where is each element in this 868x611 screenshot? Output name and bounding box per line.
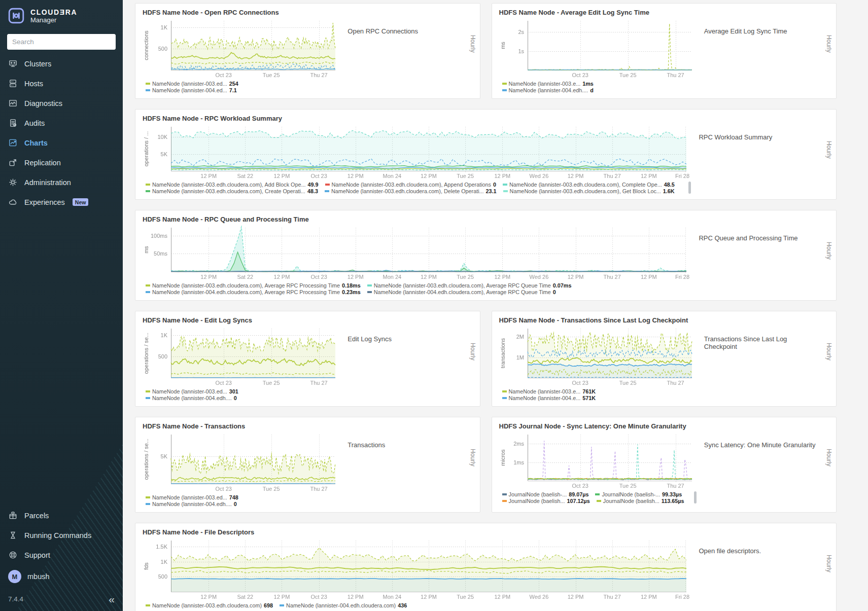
legend-label: NameNode (lannister-004.ed... [152,87,227,93]
legend-item: NameNode (lannister-003.edh.cloudera.com… [146,602,273,608]
legend-label: NameNode (lannister-003.ed... [152,81,227,87]
chart-legend: NameNode (lannister-003.ed...301NameNode… [143,388,340,401]
legend-scrollbar[interactable] [694,491,697,504]
chart-description: Open file descriptors. [691,537,829,608]
legend-item: NameNode (lannister-004.edh.cloudera.com… [367,289,556,295]
legend-value: 0 [234,395,237,401]
sidebar-item-hosts[interactable]: Hosts [0,74,123,93]
legend-swatch-icon [146,190,150,192]
chart-plot-area [499,17,697,80]
cloudera-logo[interactable]: CLOUDƎRA Manager [0,0,123,29]
diagnostics-icon [8,98,18,108]
chart-description: Average Edit Log Sync Time [697,17,829,93]
legend-item: NameNode (lannister-003.ed...748 [146,494,238,500]
chart-description: Edit Log Syncs [340,325,472,401]
sidebar-item-clusters[interactable]: Clusters [0,54,123,74]
legend-value: 0 [553,289,556,295]
chart-card-body: NameNode (lannister-003.ed...254NameNode… [143,17,473,93]
legend-item: NameNode (lannister-003.e...1ms [502,81,594,87]
sidebar-item-label: Charts [24,139,48,147]
chart-description: Open RPC Connections [340,17,472,93]
legend-value: d [590,87,594,93]
legend-item: NameNode (lannister-004.e...571K [502,395,596,401]
legend-swatch-icon [367,284,372,286]
chart-left-column: NameNode (lannister-003.ed...748NameNode… [143,431,340,507]
chart-frequency-label: Hourly [825,449,832,466]
chart-plot[interactable] [143,17,340,80]
legend-item: NameNode (lannister-003.edh.cloudera.com… [146,188,318,194]
legend-value: 1ms [582,81,594,87]
sidebar-item-label: Replication [24,159,61,167]
sidebar-item-audits[interactable]: Audits [0,113,123,133]
avatar: M [8,570,21,583]
legend-value: 89.07µs [569,491,588,497]
legend-label: NameNode (lannister-004.edh.cloudera.com… [374,289,551,295]
legend-value: 0.18ms [342,282,361,289]
sidebar-item-experiences[interactable]: ExperiencesNew [0,192,123,212]
chart-legend: NameNode (lannister-003.edh.cloudera.com… [143,282,691,295]
chart-plot[interactable] [143,123,691,181]
legend-item: NameNode (lannister-004.edh.cloudera.com… [280,602,407,608]
chart-description: RPC Workload Summary [691,123,829,194]
legend-value: 436 [398,602,407,608]
legend-label: NameNode (lannister-003.edh.cloudera.com… [152,182,305,188]
chart-legend: NameNode (lannister-003.e...761KNameNode… [499,388,697,401]
chart-plot[interactable] [143,431,340,494]
legend-label: JournalNode (baelish... [603,498,659,504]
legend-value: 0 [234,501,237,507]
chart-left-column: NameNode (lannister-003.e...1msNameNode … [499,17,697,93]
legend-item: NameNode (lannister-004.edh....d [502,87,594,93]
legend-scrollbar[interactable] [688,182,691,194]
chart-plot[interactable] [499,325,697,388]
chart-plot[interactable] [143,224,691,282]
chart-left-column: NameNode (lannister-003.ed...254NameNode… [143,17,340,93]
legend-value: 571K [582,395,596,401]
sidebar-item-support[interactable]: Support [0,545,123,565]
legend-value: 1.6K [663,188,675,194]
chart-card-hdfs-name-node-transactions-since-last-log-checkpoint: HDFS Name Node - Transactions Since Last… [492,311,837,407]
collapse-sidebar-button[interactable]: « [109,596,115,603]
legend-swatch-icon [503,184,507,186]
chart-plot[interactable] [499,17,697,80]
chart-plot[interactable] [499,431,697,491]
search-input[interactable] [7,34,116,50]
sidebar-item-diagnostics[interactable]: Diagnostics [0,93,123,113]
sidebar-item-parcels[interactable]: Parcels [0,506,123,525]
legend-value: 0.07ms [553,282,572,289]
chart-plot-area [143,325,340,388]
user-menu[interactable]: M mbush [0,565,123,588]
legend-swatch-icon [597,500,601,502]
chart-card-hdfs-name-node-edit-log-syncs: HDFS Name Node - Edit Log Syncs NameNode… [135,311,480,407]
legend-swatch-icon [595,493,600,495]
chart-plot-area [499,325,697,388]
legend-item: JournalNode (baelish-...99.33µs [595,491,682,497]
chart-title: HDFS Name Node - Edit Log Syncs [143,316,473,324]
legend-label: JournalNode (baelish-... [509,491,567,497]
chart-card-hdfs-name-node-transactions: HDFS Name Node - Transactions NameNode (… [135,417,480,513]
chart-card-hdfs-name-node-file-descriptors: HDFS Name Node - File Descriptors NameNo… [135,523,837,611]
legend-swatch-icon [502,83,507,85]
legend-swatch-icon [146,83,150,85]
sidebar-item-charts[interactable]: Charts [0,133,123,153]
chart-plot[interactable] [143,537,691,602]
chart-card-body: NameNode (lannister-003.edh.cloudera.com… [143,537,829,608]
chart-left-column: JournalNode (baelish-...89.07µsJournalNo… [499,431,697,504]
sidebar-item-administration[interactable]: Administration [0,172,123,192]
legend-value: 113.65µs [662,498,684,504]
legend-swatch-icon [146,496,150,498]
legend-label: NameNode (lannister-004.edh.cloudera.com… [152,289,340,295]
legend-item: NameNode (lannister-004.edh....0 [146,501,237,507]
chart-title: HDFS Name Node - Transactions [143,422,473,430]
legend-label: NameNode (lannister-003.edh.cloudera.com… [332,182,492,188]
chart-legend: NameNode (lannister-003.edh.cloudera.com… [143,181,691,194]
chart-left-column: NameNode (lannister-003.e...761KNameNode… [499,325,697,401]
legend-value: 23.1 [486,188,497,194]
chart-plot[interactable] [143,325,340,388]
legend-swatch-icon [502,493,507,495]
sidebar-item-running-commands[interactable]: Running Commands [0,525,123,545]
sidebar-item-replication[interactable]: Replication [0,153,123,172]
legend-label: NameNode (lannister-004.edh.... [152,395,232,401]
sidebar-item-label: Diagnostics [24,99,62,107]
legend-value: 0 [493,182,496,188]
legend-item: NameNode (lannister-004.ed...7.1 [146,87,237,93]
